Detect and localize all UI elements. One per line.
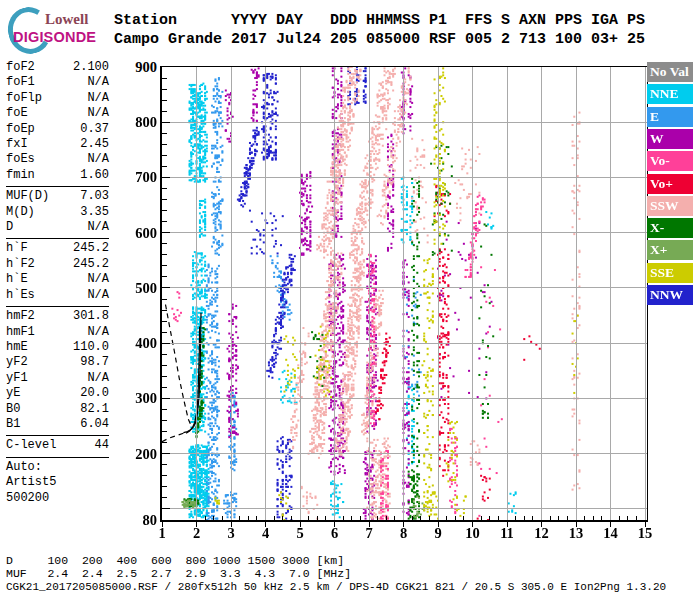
vertical-gridline: [403, 67, 404, 520]
param-value: 245.2: [73, 241, 109, 256]
param-label: h`Es: [6, 288, 35, 303]
param-label: hmF1: [6, 325, 35, 340]
param-label: h`F: [6, 241, 28, 256]
y-axis-tick: [162, 232, 170, 233]
y-axis-tick: [162, 431, 167, 432]
legend-item: SSW: [647, 196, 693, 216]
y-axis-tick: [162, 177, 170, 178]
ionogram-plot: [160, 66, 648, 522]
x-axis-minor-tick: [584, 516, 585, 520]
y-axis-tick: [162, 497, 167, 498]
x-axis-minor-tick: [558, 516, 559, 520]
y-axis-tick: [162, 332, 167, 333]
x-axis-minor-tick: [377, 516, 378, 520]
param-row: yF1N/A: [6, 371, 109, 386]
x-axis-minor-tick: [213, 516, 214, 520]
param-value: N/A: [87, 106, 109, 121]
x-axis-major-tick: [438, 522, 439, 527]
y-axis-tick: [162, 387, 167, 388]
param-label: foEp: [6, 122, 35, 137]
param-value: N/A: [87, 288, 109, 303]
param-row: h`EsN/A: [6, 288, 109, 303]
y-axis-tick: [162, 442, 167, 443]
x-axis-major-tick: [472, 522, 473, 527]
lowell-digisonde-logo: Lowell DIGISONDE: [6, 4, 116, 50]
muf-row: MUF 2.4 2.4 2.5 2.7 2.9 3.3 4.3 7.0 [MHz…: [6, 567, 351, 580]
param-row: foEN/A: [6, 106, 109, 121]
param-label: MUF(D): [6, 189, 49, 204]
x-axis-minor-tick: [282, 516, 283, 520]
param-value: N/A: [87, 325, 109, 340]
param-row: h`EN/A: [6, 272, 109, 287]
param-row: DN/A: [6, 220, 109, 235]
y-axis-tick: [162, 486, 167, 487]
x-axis-major-tick: [231, 522, 232, 527]
x-axis-minor-tick: [222, 516, 223, 520]
y-axis-tick: [162, 464, 167, 465]
vertical-gridline: [300, 67, 301, 520]
x-axis-minor-tick: [343, 516, 344, 520]
x-axis-minor-tick: [532, 516, 533, 520]
y-tick-label: 300: [125, 390, 157, 407]
x-axis-minor-tick: [394, 516, 395, 520]
vertical-gridline: [507, 67, 508, 520]
x-axis-minor-tick: [455, 516, 456, 520]
x-axis-major-tick: [403, 522, 404, 527]
x-axis-minor-tick: [291, 516, 292, 520]
x-axis-minor-tick: [429, 516, 430, 520]
vertical-gridline: [231, 67, 232, 520]
y-tick-label: 600: [125, 225, 157, 242]
x-axis-minor-tick: [351, 516, 352, 520]
param-value: 245.2: [73, 257, 109, 272]
trace-curves: [162, 67, 647, 520]
param-row: hmF2301.8: [6, 309, 109, 324]
vertical-gridline: [472, 67, 473, 520]
horizontal-gridline: [162, 343, 647, 344]
y-axis-tick: [162, 199, 167, 200]
distance-row: D 100 200 400 600 800 1000 1500 3000 [km…: [6, 554, 344, 567]
logo-digisonde-text: DIGISONDE: [13, 29, 96, 45]
param-value: 44: [95, 438, 109, 453]
x-tick-label: 8: [392, 525, 416, 542]
param-value: N/A: [87, 272, 109, 287]
horizontal-gridline: [162, 398, 647, 399]
param-row: fmin1.60: [6, 168, 109, 183]
y-axis-tick: [162, 420, 167, 421]
legend-item: No Val: [647, 62, 693, 82]
vertical-gridline: [610, 67, 611, 520]
param-label: h`F2: [6, 257, 35, 272]
y-axis-tick: [162, 321, 167, 322]
param-row: M(D)3.35: [6, 205, 109, 220]
param-value: 7.03: [80, 189, 109, 204]
y-axis-tick: [162, 265, 167, 266]
x-tick-label: 3: [219, 525, 243, 542]
param-value: 2.100: [73, 60, 109, 75]
param-label: yF2: [6, 355, 28, 370]
x-tick-label: 15: [633, 525, 657, 542]
x-axis-minor-tick: [481, 516, 482, 520]
param-row: foFlpN/A: [6, 91, 109, 106]
x-axis-minor-tick: [446, 516, 447, 520]
param-label: yF1: [6, 371, 28, 386]
param-row: hmE110.0: [6, 340, 109, 355]
x-axis-major-tick: [300, 522, 301, 527]
x-tick-label: 7: [357, 525, 381, 542]
param-group: MUF(D)7.03M(D)3.35DN/A: [6, 189, 109, 239]
y-axis-tick: [162, 188, 167, 189]
y-axis-tick: [162, 166, 167, 167]
y-axis-tick: [162, 365, 167, 366]
param-row: yE20.0: [6, 386, 109, 401]
y-axis-tick: [162, 100, 167, 101]
param-value: N/A: [87, 152, 109, 167]
param-row: hmF1N/A: [6, 325, 109, 340]
param-footer-line: Artist5: [6, 475, 109, 490]
x-tick-label: 1: [150, 525, 174, 542]
param-row: fxI2.45: [6, 137, 109, 152]
y-axis-tick: [162, 276, 167, 277]
y-axis-tick: [162, 409, 167, 410]
param-row: foF1N/A: [6, 75, 109, 90]
vertical-gridline: [369, 67, 370, 520]
vertical-gridline: [438, 67, 439, 520]
param-value: 2.45: [80, 137, 109, 152]
param-label: B1: [6, 417, 20, 432]
